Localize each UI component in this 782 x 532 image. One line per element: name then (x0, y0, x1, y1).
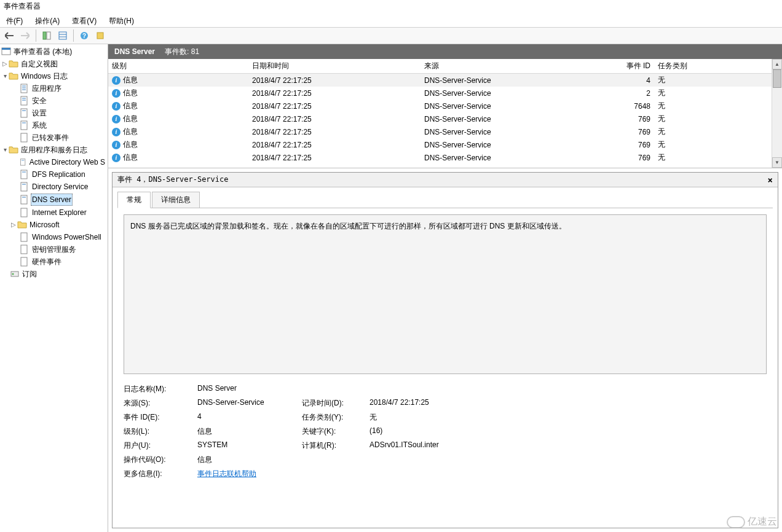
grid-scrollbar[interactable]: ▲ ▼ (772, 59, 782, 168)
event-grid[interactable]: 级别 日期和时间 来源 事件 ID 任务类别 i信息2018/4/7 22:17… (108, 59, 772, 168)
event-count: 事件数: 81 (165, 47, 199, 57)
value-opcode: 信息 (197, 455, 767, 465)
tree-windows-logs[interactable]: ▾Windows 日志 (0, 70, 108, 82)
label-opcode: 操作代码(O): (124, 455, 191, 465)
log-icon (20, 157, 27, 167)
table-row[interactable]: i信息2018/4/7 22:17:25DNS-Server-Service76… (108, 138, 772, 151)
tree-log-ie[interactable]: Internet Explorer (0, 206, 108, 219)
tree-custom-views[interactable]: ▷自定义视图 (0, 58, 108, 70)
svg-rect-22 (20, 159, 25, 165)
event-detail-pane: 事件 4，DNS-Server-Service × 常规 详细信息 DNS 服务… (112, 172, 778, 528)
label-logname: 日志名称(M): (124, 384, 191, 394)
detail-title-text: 事件 4，DNS-Server-Service (117, 174, 229, 185)
folder-icon (9, 145, 18, 155)
eventviewer-icon (1, 47, 11, 57)
log-icon (20, 257, 30, 267)
svg-rect-30 (21, 208, 27, 217)
tree-log-adws[interactable]: Active Directory Web S (0, 156, 108, 168)
svg-rect-31 (21, 233, 27, 241)
tree-folder-microsoft[interactable]: ▷Microsoft (0, 219, 108, 231)
collapse-icon[interactable]: ▾ (1, 71, 9, 82)
tree-log-system[interactable]: 系统 (0, 119, 108, 131)
menu-action[interactable]: 操作(A) (29, 15, 66, 26)
expand-icon[interactable]: ▷ (10, 219, 17, 230)
expand-icon[interactable]: ▷ (1, 58, 9, 69)
show-tree-button[interactable] (40, 29, 53, 42)
event-metadata: 日志名称(M): DNS Server 来源(S): DNS-Server-Se… (124, 384, 767, 479)
svg-rect-2 (59, 32, 66, 39)
close-button[interactable]: × (768, 175, 773, 185)
collapse-icon[interactable]: ▾ (1, 144, 9, 155)
col-task[interactable]: 任务类别 (654, 59, 772, 74)
value-level: 信息 (197, 426, 296, 437)
tree-app-service-logs[interactable]: ▾应用程序和服务日志 (0, 144, 108, 156)
value-computer: ADSrv01.ITSoul.inter (369, 440, 767, 451)
menu-help[interactable]: 帮助(H) (103, 15, 140, 26)
log-icon (20, 96, 30, 106)
svg-rect-1 (47, 32, 50, 39)
table-row[interactable]: i信息2018/4/7 22:17:25DNS-Server-Service76… (108, 125, 772, 138)
navigation-tree[interactable]: 事件查看器 (本地) ▷自定义视图 ▾Windows 日志 应用程序 安全 设置… (0, 44, 108, 532)
value-logname: DNS Server (197, 384, 767, 394)
svg-text:?: ? (82, 33, 86, 39)
table-row[interactable]: i信息2018/4/7 22:17:25DNS-Server-Service4无 (108, 74, 772, 87)
tree-log-dirsvc[interactable]: Directory Service (0, 181, 108, 193)
table-row[interactable]: i信息2018/4/7 22:17:25DNS-Server-Service76… (108, 112, 772, 125)
scroll-down-button[interactable]: ▼ (772, 157, 782, 168)
link-online-help[interactable]: 事件日志联机帮助 (197, 469, 256, 478)
properties-button[interactable] (56, 29, 69, 42)
tree-log-setup[interactable]: 设置 (0, 107, 108, 119)
tree-log-application[interactable]: 应用程序 (0, 82, 108, 95)
table-row[interactable]: i信息2018/4/7 22:17:25DNS-Server-Service76… (108, 151, 772, 164)
info-icon: i (112, 128, 120, 136)
tree-log-security[interactable]: 安全 (0, 95, 108, 107)
content-title: DNS Server (114, 47, 155, 56)
table-row[interactable]: i信息2018/4/7 22:17:25DNS-Server-Service76… (108, 100, 772, 112)
log-icon (20, 84, 30, 93)
info-icon: i (112, 141, 120, 149)
tree-root[interactable]: 事件查看器 (本地) (0, 45, 108, 58)
value-task: 无 (369, 412, 767, 423)
value-user: SYSTEM (197, 440, 296, 451)
scroll-thumb[interactable] (773, 69, 781, 88)
svg-rect-19 (21, 121, 27, 130)
tab-details[interactable]: 详细信息 (152, 192, 200, 208)
tree-log-keymgmt[interactable]: 密钥管理服务 (0, 243, 108, 256)
value-logged: 2018/4/7 22:17:25 (369, 398, 767, 409)
back-button[interactable] (2, 29, 16, 42)
toolbar-separator (36, 29, 36, 42)
label-source: 来源(S): (124, 398, 191, 409)
svg-rect-21 (21, 133, 27, 142)
tab-general[interactable]: 常规 (117, 192, 151, 208)
tree-log-forwarded[interactable]: 已转发事件 (0, 131, 108, 144)
scroll-up-button[interactable]: ▲ (772, 59, 782, 69)
tree-log-dns[interactable]: DNS Server (0, 193, 108, 206)
tree-log-powershell[interactable]: Windows PowerShell (0, 231, 108, 243)
menu-file[interactable]: 件(F) (0, 15, 29, 26)
tree-log-hardware[interactable]: 硬件事件 (0, 256, 108, 268)
col-id[interactable]: 事件 ID (617, 59, 654, 74)
label-logged: 记录时间(D): (302, 398, 363, 409)
svg-rect-7 (97, 33, 103, 39)
help-button[interactable]: ? (77, 29, 91, 42)
tree-log-dfs[interactable]: DFS Replication (0, 168, 108, 181)
grid-header-row[interactable]: 级别 日期和时间 来源 事件 ID 任务类别 (108, 59, 772, 74)
svg-rect-32 (21, 245, 27, 254)
table-row[interactable]: i信息2018/4/7 22:17:25DNS-Server-Service2无 (108, 87, 772, 100)
svg-rect-33 (21, 257, 27, 266)
value-keywords: (16) (369, 426, 767, 437)
refresh-button[interactable] (93, 29, 107, 42)
log-icon (20, 108, 30, 118)
folder-icon (17, 220, 27, 230)
svg-rect-28 (21, 195, 27, 204)
tree-subscriptions[interactable]: 订阅 (0, 268, 108, 280)
event-description: DNS 服务器已完成区域的背景加载和签名。现在，就像在各自的区域配置下可进行的那… (124, 214, 767, 374)
log-icon (20, 244, 30, 254)
col-level[interactable]: 级别 (108, 59, 248, 74)
window-title: 事件查看器 (0, 0, 782, 14)
menu-view[interactable]: 查看(V) (66, 15, 103, 26)
col-date[interactable]: 日期和时间 (248, 59, 421, 74)
forward-button[interactable] (18, 29, 32, 42)
col-source[interactable]: 来源 (421, 59, 617, 74)
label-task: 任务类别(Y): (302, 412, 363, 423)
